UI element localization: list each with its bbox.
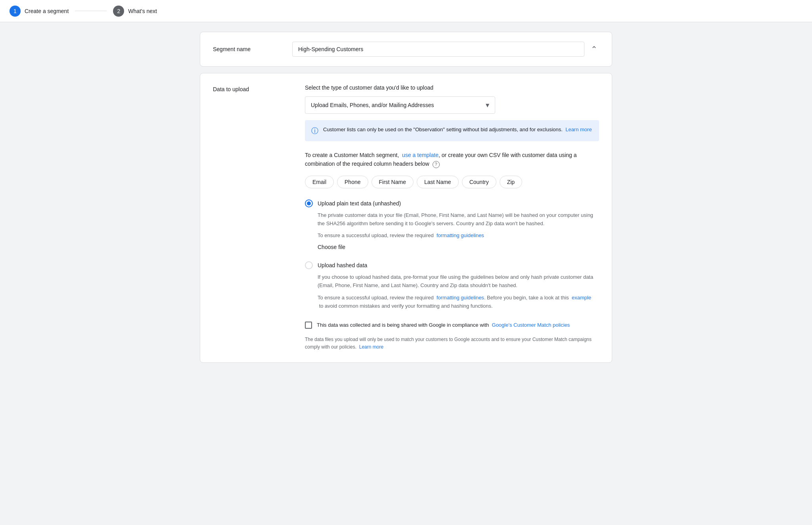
upload-hashed-label: Upload hashed data bbox=[318, 262, 367, 268]
column-chip: Email bbox=[305, 176, 334, 188]
use-template-link[interactable]: use a template bbox=[402, 152, 439, 158]
upload-hashed-description: If you choose to upload hashed data, pre… bbox=[318, 273, 595, 290]
segment-name-input[interactable] bbox=[292, 42, 584, 57]
data-upload-section-row: Data to upload Select the type of custom… bbox=[213, 84, 599, 351]
main-content: Segment name ⌃ Data to upload Select the… bbox=[200, 22, 612, 379]
choose-file-button[interactable]: Choose file bbox=[318, 244, 345, 250]
column-chip: Phone bbox=[337, 176, 368, 188]
data-upload-label-col: Data to upload bbox=[213, 84, 292, 351]
dropdown-arrow-icon: ▾ bbox=[486, 101, 489, 109]
stepper-bar: 1 Create a segment 2 What's next bbox=[0, 0, 812, 22]
segment-name-card: Segment name ⌃ bbox=[200, 32, 612, 67]
upload-plain-radio-row: Upload plain text data (unhashed) bbox=[305, 199, 599, 207]
info-learn-more-link[interactable]: Learn more bbox=[565, 126, 592, 132]
column-chip: Zip bbox=[500, 176, 522, 188]
step-2-circle: 2 bbox=[113, 6, 124, 17]
info-icon: ⓘ bbox=[311, 126, 318, 136]
dropdown-value: Upload Emails, Phones, and/or Mailing Ad… bbox=[311, 102, 434, 108]
step-1: 1 Create a segment bbox=[10, 6, 69, 17]
info-box: ⓘ Customer lists can only be used on the… bbox=[305, 120, 599, 141]
column-chips: EmailPhoneFirst NameLast NameCountryZip bbox=[305, 176, 599, 188]
upload-plain-description: The private customer data in your file (… bbox=[318, 211, 595, 228]
upload-plain-guidelines: To ensure a successful upload, review th… bbox=[318, 232, 595, 240]
column-chip: First Name bbox=[372, 176, 414, 188]
plain-formatting-guidelines-link[interactable]: formatting guidelines bbox=[437, 232, 484, 238]
upload-plain-option: Upload plain text data (unhashed) The pr… bbox=[305, 199, 599, 250]
select-description: Select the type of customer data you'd l… bbox=[305, 84, 599, 91]
collapse-button[interactable]: ⌃ bbox=[589, 43, 599, 56]
data-upload-content: Select the type of customer data you'd l… bbox=[305, 84, 599, 351]
help-icon[interactable]: ? bbox=[433, 161, 440, 168]
compliance-learn-more-link[interactable]: Learn more bbox=[359, 344, 383, 350]
data-type-dropdown[interactable]: Upload Emails, Phones, and/or Mailing Ad… bbox=[305, 96, 495, 114]
name-input-wrapper: ⌃ bbox=[292, 42, 599, 57]
column-chip: Last Name bbox=[417, 176, 459, 188]
data-upload-label: Data to upload bbox=[213, 84, 292, 92]
upload-hashed-radio-row: Upload hashed data bbox=[305, 261, 599, 269]
info-text: Customer lists can only be used on the "… bbox=[323, 126, 592, 134]
upload-hashed-guidelines: To ensure a successful upload, review th… bbox=[318, 294, 595, 310]
template-description: To create a Customer Match segment, use … bbox=[305, 151, 599, 169]
column-chip: Country bbox=[462, 176, 496, 188]
upload-plain-radio[interactable] bbox=[305, 199, 313, 207]
hashed-formatting-guidelines-link[interactable]: formatting guidelines bbox=[437, 295, 484, 301]
step-connector bbox=[75, 11, 107, 11]
hashed-example-link[interactable]: example bbox=[572, 295, 591, 301]
compliance-checkbox-label: This data was collected and is being sha… bbox=[317, 321, 570, 330]
compliance-note: The data files you upload will only be u… bbox=[305, 336, 599, 351]
step-2: 2 What's next bbox=[113, 6, 157, 17]
compliance-checkbox-row: This data was collected and is being sha… bbox=[305, 321, 599, 330]
step-1-circle: 1 bbox=[10, 6, 21, 17]
customer-match-policies-link[interactable]: Google's Customer Match policies bbox=[492, 322, 570, 328]
upload-hashed-option: Upload hashed data If you choose to uplo… bbox=[305, 261, 599, 310]
step-2-label: What's next bbox=[128, 8, 157, 14]
compliance-checkbox[interactable] bbox=[305, 322, 312, 329]
data-upload-card: Data to upload Select the type of custom… bbox=[200, 73, 612, 363]
segment-name-label: Segment name bbox=[213, 46, 292, 52]
upload-plain-label: Upload plain text data (unhashed) bbox=[318, 200, 401, 207]
step-1-label: Create a segment bbox=[25, 8, 69, 14]
upload-hashed-radio[interactable] bbox=[305, 261, 313, 269]
